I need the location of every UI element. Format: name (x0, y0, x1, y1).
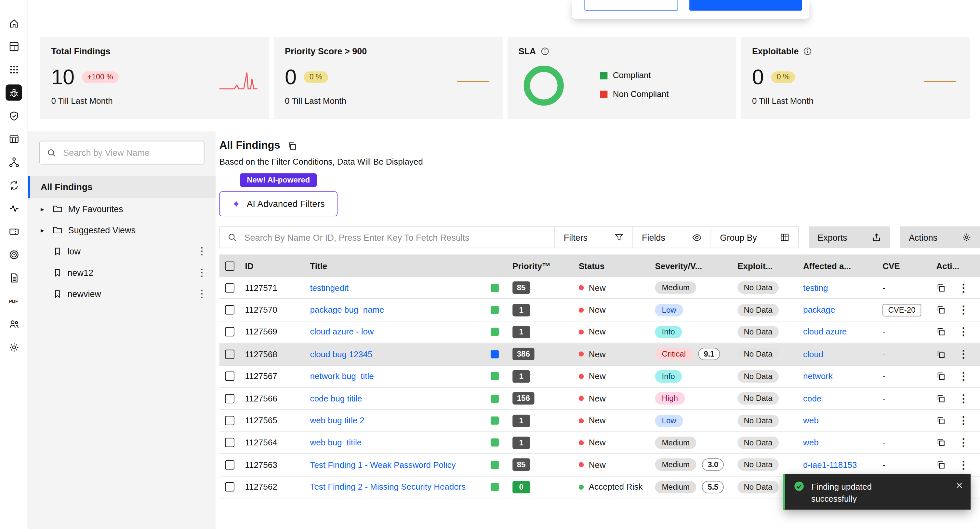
svg-text:PDF: PDF (9, 298, 18, 304)
kebab-menu-icon[interactable]: ⋮ (958, 304, 969, 315)
report-icon[interactable] (6, 269, 22, 286)
affected-asset-link[interactable]: code (803, 394, 821, 403)
view-search[interactable] (39, 140, 204, 164)
close-icon[interactable] (956, 481, 963, 489)
table-row[interactable]: 1127569 cloud azure - low 1 New Info No … (220, 322, 980, 344)
row-checkbox[interactable] (225, 305, 234, 315)
kebab-menu-icon[interactable]: ⋮ (958, 437, 969, 448)
finding-title-link[interactable]: web bug titile (310, 438, 361, 447)
affected-asset-link[interactable]: d-iae1-118153 (803, 460, 857, 470)
info-icon[interactable] (540, 47, 549, 56)
finding-title-link[interactable]: Test Finding 1 - Weak Password Policy (310, 460, 455, 470)
finding-title-link[interactable]: cloud azure - low (310, 327, 374, 337)
kebab-menu-icon[interactable]: ⋮ (958, 282, 969, 293)
apps-grid-icon[interactable] (6, 61, 22, 77)
select-all-checkbox[interactable] (225, 261, 234, 271)
copy-icon[interactable] (288, 141, 297, 150)
view-item-new12[interactable]: new12 ⋮ (28, 262, 216, 283)
row-checkbox[interactable] (225, 371, 234, 381)
table-row[interactable]: 1127568 cloud bug 12345 386 New Critical… (220, 344, 980, 366)
finding-title-link[interactable]: package bug name (310, 305, 384, 315)
affected-asset-link[interactable]: testing (803, 283, 828, 293)
kebab-menu-icon[interactable]: ⋮ (197, 268, 207, 278)
row-checkbox[interactable] (225, 416, 234, 425)
row-checkbox[interactable] (225, 438, 234, 447)
settings-gear-icon[interactable] (6, 339, 22, 355)
copy-icon[interactable] (936, 371, 945, 381)
pdf-icon[interactable]: PDF (6, 293, 22, 309)
row-checkbox[interactable] (225, 394, 234, 403)
row-checkbox[interactable] (225, 460, 234, 470)
info-icon[interactable] (803, 47, 812, 56)
row-checkbox[interactable] (225, 283, 234, 293)
affected-asset-link[interactable]: cloud (803, 349, 823, 359)
hierarchy-icon[interactable] (6, 154, 22, 170)
findings-search[interactable] (220, 226, 555, 248)
target-icon[interactable] (6, 246, 22, 263)
data-table-icon[interactable] (6, 131, 22, 147)
partial-secondary-button[interactable] (584, 0, 678, 11)
table-row[interactable]: 1127570 package bug name 1 New Low No Da… (220, 299, 980, 322)
finding-title-link[interactable]: code bug titile (310, 394, 362, 403)
finding-title-link[interactable]: cloud bug 12345 (310, 349, 372, 359)
kebab-menu-icon[interactable]: ⋮ (958, 349, 969, 360)
affected-asset-link[interactable]: package (803, 305, 835, 315)
group-by-button[interactable]: Group By (711, 226, 799, 248)
row-checkbox[interactable] (225, 482, 234, 492)
copy-icon[interactable] (936, 460, 945, 470)
users-icon[interactable] (6, 316, 22, 332)
findings-search-input[interactable] (243, 232, 547, 243)
view-folder-my-favourites[interactable]: ▸ My Favourites (28, 198, 216, 219)
table-row[interactable]: 1127565 web bug title 2 1 New Low No Dat… (220, 410, 980, 432)
kebab-menu-icon[interactable]: ⋮ (958, 327, 969, 337)
partial-primary-button[interactable] (689, 0, 802, 11)
dashboard-icon[interactable] (6, 38, 22, 54)
finding-title-link[interactable]: testingedit (310, 283, 348, 293)
home-icon[interactable] (6, 15, 22, 31)
copy-icon[interactable] (936, 394, 945, 403)
kebab-menu-icon[interactable]: ⋮ (197, 246, 207, 257)
kebab-menu-icon[interactable]: ⋮ (958, 459, 969, 470)
kebab-menu-icon[interactable]: ⋮ (958, 415, 969, 426)
copy-icon[interactable] (936, 349, 945, 359)
activity-icon[interactable] (6, 200, 22, 216)
affected-asset-link[interactable]: web (803, 438, 819, 447)
row-checkbox[interactable] (225, 349, 234, 359)
finding-title-link[interactable]: Test Finding 2 - Missing Security Header… (310, 482, 466, 492)
view-item-all-findings[interactable]: All Findings (28, 176, 216, 198)
view-item-newview[interactable]: newview ⋮ (28, 284, 216, 304)
table-row[interactable]: 1127563 Test Finding 1 - Weak Password P… (220, 454, 980, 476)
priority-badge: 0 (512, 481, 530, 493)
view-search-input[interactable] (62, 147, 197, 158)
kebab-menu-icon[interactable]: ⋮ (958, 371, 969, 382)
table-row[interactable]: 1127564 web bug titile 1 New Medium No D… (220, 432, 980, 454)
kebab-menu-icon[interactable]: ⋮ (958, 393, 969, 404)
copy-icon[interactable] (936, 438, 945, 447)
view-item-low[interactable]: low ⋮ (28, 241, 216, 262)
filters-button[interactable]: Filters (555, 226, 633, 248)
sync-icon[interactable] (6, 177, 22, 193)
finding-title-link[interactable]: web bug title 2 (310, 416, 364, 425)
kebab-menu-icon[interactable]: ⋮ (197, 289, 207, 299)
ai-advanced-filters-button[interactable]: ✦ AI Advanced Filters (220, 191, 337, 216)
table-row[interactable]: 1127567 network bug title 1 New Info No … (220, 366, 980, 388)
bug-findings-icon[interactable] (6, 84, 22, 100)
affected-asset-link[interactable]: web (803, 416, 819, 425)
affected-asset-link[interactable]: cloud azure (803, 327, 847, 337)
table-row[interactable]: 1127566 code bug titile 156 New High No … (220, 388, 980, 410)
row-checkbox[interactable] (225, 327, 234, 337)
exports-button[interactable]: Exports (809, 226, 890, 248)
copy-icon[interactable] (936, 283, 945, 293)
fields-button[interactable]: Fields (633, 226, 711, 248)
actions-button[interactable]: Actions (900, 226, 980, 248)
finding-title-link[interactable]: network bug title (310, 371, 374, 381)
copy-icon[interactable] (936, 416, 945, 425)
copy-icon[interactable] (936, 327, 945, 337)
copy-icon[interactable] (936, 305, 945, 315)
affected-asset-link[interactable]: network (803, 371, 833, 381)
ticket-icon[interactable] (6, 223, 22, 239)
view-folder-suggested-views[interactable]: ▸ Suggested Views (28, 220, 216, 241)
shield-icon[interactable] (6, 108, 22, 124)
table-row[interactable]: 1127571 testingedit 85 New Medium No Dat… (220, 277, 980, 299)
folder-icon (52, 225, 62, 235)
